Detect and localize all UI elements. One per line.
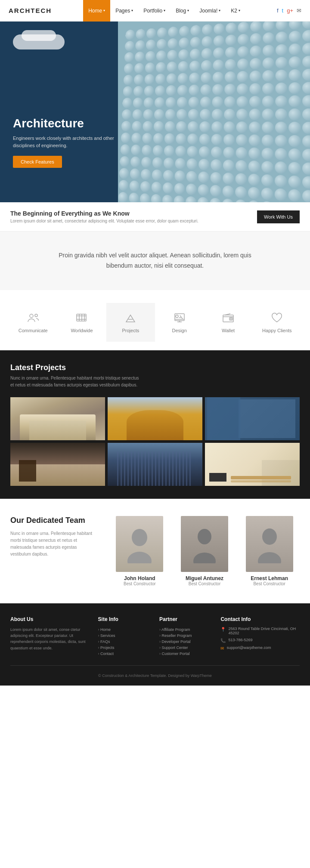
footer-link-support[interactable]: Support Center — [159, 645, 212, 651]
twitter-icon[interactable]: t — [282, 7, 284, 14]
member-name-3: Ernest Lehman — [239, 575, 300, 581]
feature-wallet-label: Wallet — [222, 328, 235, 333]
nav-item-portfolio[interactable]: Portfolio ▾ — [138, 0, 170, 22]
circle-element — [288, 135, 301, 147]
circle-element — [226, 22, 237, 34]
circle-element — [275, 148, 287, 161]
projects-icon — [124, 312, 137, 324]
nav-item-home[interactable]: Home ▾ — [83, 0, 110, 22]
circle-element — [289, 22, 301, 30]
circle-element — [276, 57, 288, 69]
hero-content: Architecture Engineers work closely with… — [13, 117, 133, 168]
circle-element — [224, 109, 235, 120]
circle-element — [275, 83, 287, 95]
circle-element — [214, 23, 224, 35]
circle-element — [211, 159, 222, 171]
cloud-shape — [22, 30, 56, 41]
circle-element — [275, 161, 287, 174]
circle-element — [125, 29, 135, 40]
circle-element — [262, 70, 274, 82]
circle-element — [289, 43, 301, 56]
project-image-4[interactable] — [10, 443, 105, 486]
circle-element — [177, 85, 188, 96]
circle-element — [302, 56, 310, 68]
svg-point-1 — [35, 314, 37, 317]
footer-link-projects[interactable]: Projects — [98, 645, 151, 651]
member-role-2: Best Constructor — [174, 581, 235, 586]
svg-point-15 — [132, 529, 147, 546]
intro-subtitle: Lorem ipsum dolor sit amet, consectetur … — [10, 219, 198, 223]
nav-item-k2[interactable]: K2 ▾ — [226, 0, 245, 22]
circle-element — [187, 133, 198, 145]
circle-element — [248, 147, 260, 159]
intro-title: The Beginning of Everything as We Know — [10, 210, 198, 217]
nav-item-pages[interactable]: Pages ▾ — [110, 0, 138, 22]
team-member-3: Ernest Lehman Best Constructor — [239, 516, 300, 586]
circle-element — [130, 168, 140, 179]
footer-link-faqs[interactable]: FAQs — [98, 639, 151, 645]
circle-element — [261, 161, 273, 173]
circle-element — [250, 33, 262, 44]
footer-link-developer[interactable]: Developer Portal — [159, 639, 212, 645]
circle-element — [263, 45, 274, 56]
social-links: f t g+ ✉ — [277, 7, 301, 14]
worldwide-icon — [75, 312, 88, 324]
circle-element — [212, 109, 223, 120]
email-icon[interactable]: ✉ — [297, 7, 301, 14]
feature-projects[interactable]: Projects — [106, 303, 155, 342]
member-avatar-1 — [116, 516, 163, 572]
circle-element — [236, 160, 247, 172]
project-image-3[interactable] — [205, 397, 300, 440]
feature-communicate-label: Communicate — [19, 328, 48, 333]
project-image-1[interactable] — [10, 397, 105, 440]
circle-element — [263, 32, 274, 44]
footer-siteinfo: Site Info Home Services FAQs Projects Co… — [98, 616, 151, 657]
circle-element — [152, 157, 162, 168]
circle-element — [165, 109, 175, 120]
circle-element — [302, 22, 310, 29]
circle-element — [288, 175, 301, 188]
circle-element — [249, 109, 260, 120]
circle-element — [167, 49, 177, 60]
hero-clouds — [9, 30, 95, 65]
feature-design[interactable]: Design — [155, 303, 204, 342]
circle-element — [302, 95, 310, 107]
feature-happy-clients[interactable]: Happy Clients — [253, 303, 301, 342]
member-photo-1 — [116, 516, 163, 572]
circle-element — [187, 146, 198, 158]
footer-link-contact[interactable]: Contact — [98, 651, 151, 657]
circle-element — [155, 74, 166, 84]
footer-link-reseller[interactable]: Reseller Program — [159, 633, 212, 639]
footer-link-services[interactable]: Services — [98, 633, 151, 639]
footer-link-affiliate[interactable]: Affiliate Program — [159, 627, 212, 633]
googleplus-icon[interactable]: g+ — [287, 7, 293, 14]
circle-element — [198, 171, 209, 183]
project-image-6[interactable] — [205, 443, 300, 486]
facebook-icon[interactable]: f — [277, 7, 279, 14]
nav-item-joomla[interactable]: Joomla! ▾ — [194, 0, 226, 22]
hero-section: Architecture Engineers work closely with… — [0, 22, 310, 202]
feature-worldwide[interactable]: Worldwide — [57, 303, 106, 342]
check-features-button[interactable]: Check Features — [13, 156, 62, 168]
circle-element — [155, 85, 165, 96]
circle-element — [250, 71, 261, 82]
circle-element — [211, 146, 222, 158]
circle-element — [202, 24, 213, 35]
footer-link-customer[interactable]: Customer Portal — [159, 651, 212, 657]
circle-element — [200, 109, 211, 120]
footer-link-home[interactable]: Home — [98, 627, 151, 633]
circle-element — [223, 134, 235, 145]
project-image-5[interactable] — [108, 443, 202, 486]
project-image-2[interactable] — [108, 397, 202, 440]
circle-element — [188, 121, 198, 133]
circle-element — [168, 26, 178, 37]
projects-subtitle: Nunc in ornare urna. Pellentesque habita… — [10, 375, 140, 389]
feature-wallet[interactable]: Wallet — [204, 303, 252, 342]
feature-communicate[interactable]: Communicate — [9, 303, 57, 342]
circle-element — [200, 84, 211, 96]
nav-item-blog[interactable]: Blog ▾ — [170, 0, 194, 22]
work-with-us-button[interactable]: Work With Us — [257, 210, 300, 223]
circle-element — [288, 82, 301, 94]
circle-element — [235, 186, 247, 198]
circle-element — [189, 84, 199, 96]
